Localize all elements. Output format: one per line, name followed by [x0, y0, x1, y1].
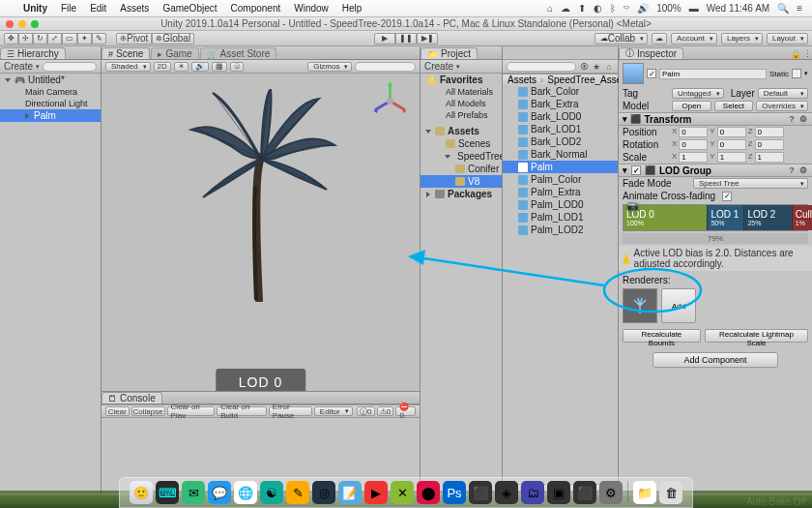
create-dropdown[interactable]: Create	[424, 61, 453, 72]
recalc-lightmap-button[interactable]: Recalculate Lightmap Scale	[705, 329, 808, 343]
add-renderer-button[interactable]: Add	[661, 288, 696, 323]
scale-tool[interactable]: ⤢	[47, 33, 62, 45]
app-menu[interactable]: Unity	[23, 3, 47, 14]
scale-x[interactable]	[679, 152, 708, 163]
culled-segment[interactable]: Culled1%	[793, 205, 812, 230]
expand-icon[interactable]	[445, 155, 450, 159]
rotate-tool[interactable]: ↻	[33, 33, 47, 45]
rot-z[interactable]	[755, 139, 784, 150]
zoom-window[interactable]	[31, 20, 39, 28]
audio-toggle[interactable]: 🔊	[191, 62, 209, 72]
lod-bar[interactable]: 📷 LOD 0100% LOD 150% LOD 225% Culled1%	[623, 204, 808, 231]
hierarchy-item[interactable]: Main Camera	[0, 86, 101, 98]
dock-folder[interactable]: 📁	[633, 481, 656, 504]
scale-y[interactable]	[717, 152, 746, 163]
favorite-item[interactable]: All Models	[420, 98, 502, 109]
model-select[interactable]: Select	[714, 101, 754, 111]
menu-component[interactable]: Component	[231, 3, 281, 14]
scale-z[interactable]	[755, 152, 784, 163]
folder-item[interactable]: SpeedTree_Assets	[420, 150, 502, 163]
asset-item[interactable]: Bark_LOD2	[503, 135, 618, 148]
dock-terminal[interactable]: ▣	[547, 481, 570, 504]
orientation-gizmo[interactable]	[368, 79, 412, 123]
help-icon[interactable]: ?	[787, 114, 797, 124]
collab-dropdown[interactable]: ☁ Collab	[594, 33, 648, 45]
hidden-icon[interactable]: ⌂	[604, 62, 614, 72]
console-clear-play[interactable]: Clear on Play	[167, 406, 216, 416]
pause-button[interactable]: ❚❚	[395, 33, 417, 45]
tab-game[interactable]: ▸ Game	[151, 47, 198, 59]
console-editor-dropdown[interactable]: Editor	[314, 406, 353, 416]
dock-app[interactable]: ✎	[286, 481, 309, 504]
gizmos-dropdown[interactable]: Gizmos	[307, 62, 352, 72]
gameobject-name[interactable]	[659, 69, 767, 79]
asset-item[interactable]: Palm_LOD0	[503, 198, 618, 211]
lodgroup-header[interactable]: ▾ ✓ ⬛ LOD Group ?⚙	[619, 164, 812, 177]
layout-dropdown[interactable]: Layout	[767, 33, 808, 45]
mac-dock[interactable]: 🙂 ⌨ ✉ 💬 🌐 ☯ ✎ ◎ 📝 ▶ ✕ ⬤ Ps ⬛ ◈ 🗂 ▣ ⬛ ⚙ 📁…	[119, 477, 693, 508]
lod-camera-icon[interactable]: 📷	[627, 201, 638, 211]
lod2-segment[interactable]: LOD 225%	[744, 205, 792, 230]
dock-app[interactable]: ◎	[312, 481, 335, 504]
rot-y[interactable]	[717, 139, 746, 150]
dock-photoshop[interactable]: Ps	[443, 481, 466, 504]
console-warn-icon[interactable]: ⚠0	[377, 406, 394, 416]
asset-item[interactable]: Palm_Color	[503, 173, 618, 186]
help-icon[interactable]: ?	[787, 165, 797, 175]
pos-y[interactable]	[717, 127, 746, 137]
asset-item[interactable]: Bark_Color	[503, 85, 618, 98]
project-breadcrumb[interactable]: Assets› SpeedTree_Assets› V8	[503, 74, 618, 85]
overrides-dropdown[interactable]: Overrides	[756, 101, 808, 111]
expand-icon[interactable]	[425, 130, 431, 134]
close-window[interactable]	[6, 20, 14, 28]
menu-assets[interactable]: Assets	[120, 3, 149, 14]
scene-search[interactable]	[355, 62, 416, 72]
dock-finder[interactable]: 🙂	[130, 481, 153, 504]
dock-app[interactable]: ⬛	[573, 481, 596, 504]
favorite-item[interactable]: All Prefabs	[420, 109, 502, 121]
asset-item[interactable]: Palm_Extra	[503, 186, 618, 198]
hierarchy-item-selected[interactable]: Palm	[0, 109, 101, 122]
hand-tool[interactable]: ✥	[4, 33, 18, 45]
folder-item[interactable]: Scenes	[420, 137, 502, 150]
dock-app[interactable]: ⬛	[469, 481, 492, 504]
scene-object-palm[interactable]	[184, 89, 338, 304]
asset-item[interactable]: Bark_LOD1	[503, 123, 618, 135]
dock-app[interactable]: ⬤	[417, 481, 440, 504]
dock-app[interactable]: 🗂	[521, 481, 544, 504]
spotlight-icon[interactable]: 🔍	[777, 3, 789, 14]
rect-tool[interactable]: ▭	[62, 33, 77, 45]
console-clear-build[interactable]: Clear on Build	[217, 406, 267, 416]
dock-chrome[interactable]: 🌐	[234, 481, 257, 504]
asset-item[interactable]: Bark_Extra	[503, 98, 618, 110]
dock-app[interactable]: ☯	[260, 481, 283, 504]
add-component-button[interactable]: Add Component	[652, 352, 778, 368]
menu-gameobject[interactable]: GameObject	[162, 3, 217, 14]
tag-dropdown[interactable]: Untagged	[672, 88, 724, 99]
asset-item[interactable]: Bark_LOD0	[503, 110, 618, 123]
assets-root[interactable]: Assets	[420, 125, 502, 137]
hidden-toggle[interactable]: ⦾	[230, 62, 244, 72]
asset-item[interactable]: Palm_LOD2	[503, 224, 618, 236]
move-tool[interactable]: ✢	[18, 33, 33, 45]
dock-settings[interactable]: ⚙	[599, 481, 623, 504]
rot-x[interactable]	[679, 139, 708, 150]
packages-root[interactable]: Packages	[420, 188, 502, 200]
create-dropdown[interactable]: Create	[4, 61, 33, 72]
dock-unity[interactable]: ◈	[495, 481, 518, 504]
account-dropdown[interactable]: Account	[671, 33, 717, 45]
console-clear[interactable]: Clear	[105, 406, 130, 416]
tab-console[interactable]: 🗒 Console	[102, 392, 162, 403]
pos-x[interactable]	[679, 127, 708, 137]
recalc-bounds-button[interactable]: Recalculate Bounds	[623, 329, 701, 343]
cloud-button[interactable]: ☁	[652, 33, 667, 45]
transform-tool[interactable]: ✦	[77, 33, 92, 45]
expand-icon[interactable]	[5, 78, 11, 82]
project-search[interactable]	[507, 62, 576, 72]
console-collapse[interactable]: Collapse	[131, 406, 165, 416]
dock-trash[interactable]: 🗑	[659, 481, 682, 504]
favorite-item[interactable]: All Materials	[420, 86, 502, 98]
minimize-window[interactable]	[18, 20, 26, 28]
tab-project[interactable]: 📁 Project	[420, 47, 478, 59]
menu-help[interactable]: Help	[342, 3, 362, 14]
